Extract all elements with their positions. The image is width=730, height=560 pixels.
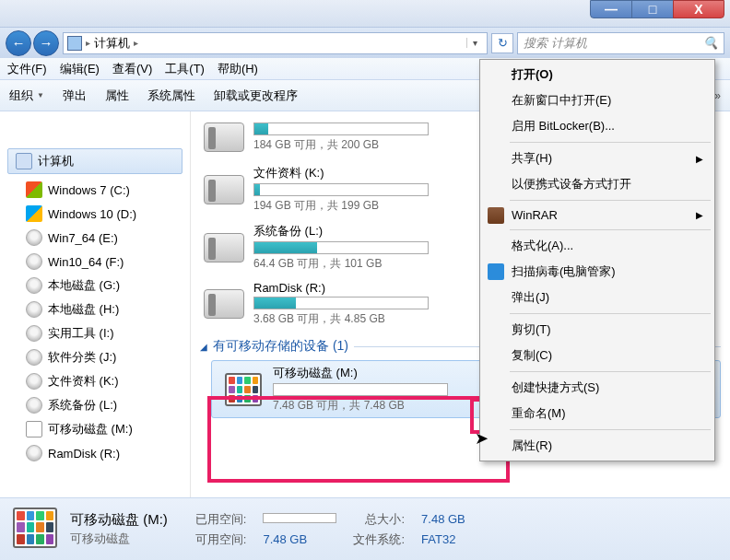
status-fs-label: 文件系统:: [353, 531, 405, 548]
hdd-icon: [204, 233, 244, 262]
status-total-label: 总大小:: [353, 511, 405, 528]
status-used-bar: [263, 513, 336, 523]
breadcrumb-sep-icon: ▸: [134, 38, 138, 48]
sidebar-item-label: Win10_64 (F:): [48, 255, 124, 269]
search-icon: 🔍: [703, 36, 718, 50]
computer-icon: [67, 36, 82, 51]
status-drive-name: 可移动磁盘 (M:): [70, 511, 168, 529]
computer-icon: [16, 153, 32, 169]
menu-view[interactable]: 查看(V): [112, 61, 152, 77]
sidebar-item-drive[interactable]: 软件分类 (J:): [0, 345, 190, 369]
refresh-button[interactable]: ↻: [491, 33, 513, 53]
disk-icon: [26, 445, 42, 461]
disk-icon: [26, 373, 42, 390]
toolbar-more[interactable]: »: [714, 89, 721, 102]
ctx-winrar[interactable]: WinRAR▶: [482, 204, 712, 227]
disk-icon: [26, 253, 42, 270]
removable-disk-icon: [13, 508, 57, 548]
sidebar-item-label: 实用工具 (I:): [48, 325, 114, 342]
sidebar-item-label: 本地磁盘 (G:): [48, 277, 120, 294]
removable-disk-icon: [26, 421, 42, 438]
ctx-rename[interactable]: 重命名(M): [482, 401, 712, 426]
close-button[interactable]: X: [673, 0, 724, 18]
ctx-copy[interactable]: 复制(C): [482, 343, 712, 368]
address-bar[interactable]: ▸ 计算机 ▸ ▾: [63, 32, 488, 54]
ctx-scan-virus[interactable]: 扫描病毒(电脑管家): [482, 259, 712, 285]
hdd-icon: [204, 175, 244, 204]
menu-tools[interactable]: 工具(T): [165, 61, 205, 77]
ctx-open[interactable]: 打开(O): [482, 62, 712, 88]
maximize-button[interactable]: □: [631, 0, 674, 18]
ctx-cut[interactable]: 剪切(T): [482, 317, 712, 343]
breadcrumb[interactable]: 计算机: [94, 35, 130, 52]
toolbar-properties[interactable]: 属性: [105, 88, 129, 104]
usage-bar: [253, 122, 429, 135]
sidebar-item-label: Win7_64 (E:): [48, 231, 118, 245]
menu-edit[interactable]: 编辑(E): [60, 61, 100, 77]
ctx-eject[interactable]: 弹出(J): [482, 285, 712, 310]
disk-icon: [26, 349, 42, 366]
status-total-value: 7.48 GB: [421, 512, 465, 526]
title-bar: — □ X: [0, 0, 730, 27]
sidebar: 计算机 Windows 7 (C:) Windows 10 (D:) Win7_…: [0, 111, 191, 515]
sidebar-item-drive[interactable]: 本地磁盘 (H:): [0, 298, 190, 321]
windows-icon: [26, 181, 42, 198]
ctx-portable[interactable]: 以便携式设备方式打开: [482, 171, 712, 197]
usage-bar: [253, 241, 429, 254]
shield-icon: [488, 263, 504, 280]
breadcrumb-sep-icon: ▸: [86, 38, 90, 48]
removable-disk-icon: [225, 373, 262, 406]
usage-bar: [273, 383, 448, 396]
disk-icon: [26, 301, 42, 318]
status-bar: 可移动磁盘 (M:) 可移动磁盘 已用空间: 总大小: 7.48 GB 可用空间…: [0, 497, 730, 560]
sidebar-item-label: 可移动磁盘 (M:): [48, 421, 133, 438]
disk-icon: [26, 277, 42, 294]
ctx-create-shortcut[interactable]: 创建快捷方式(S): [482, 375, 712, 401]
toolbar-eject[interactable]: 弹出: [63, 88, 87, 104]
menu-file[interactable]: 文件(F): [7, 61, 47, 77]
ctx-format[interactable]: 格式化(A)...: [482, 233, 712, 259]
sidebar-item-label: 软件分类 (J:): [48, 349, 116, 366]
back-button[interactable]: ←: [6, 30, 31, 56]
status-free-value: 7.48 GB: [263, 532, 336, 546]
disk-icon: [26, 229, 42, 246]
sidebar-item-drive[interactable]: Win10_64 (F:): [0, 250, 190, 274]
status-used-label: 已用空间:: [195, 511, 247, 528]
sidebar-item-drive[interactable]: 文件资料 (K:): [0, 369, 190, 393]
sidebar-root-label: 计算机: [38, 153, 74, 169]
forward-button[interactable]: →: [33, 30, 59, 56]
menu-help[interactable]: 帮助(H): [218, 61, 258, 77]
sidebar-item-drive[interactable]: Windows 10 (D:): [0, 202, 190, 226]
sidebar-item-label: 文件资料 (K:): [48, 373, 119, 390]
disk-icon: [26, 325, 42, 342]
sidebar-root-computer[interactable]: 计算机: [7, 148, 182, 174]
sidebar-item-drive[interactable]: RamDisk (R:): [0, 441, 190, 465]
sidebar-item-label: RamDisk (R:): [48, 447, 120, 461]
ctx-bitlocker[interactable]: 启用 BitLocker(B)...: [482, 113, 712, 139]
usage-bar: [253, 183, 429, 196]
minimize-button[interactable]: —: [590, 0, 632, 18]
collapse-icon: ◢: [200, 342, 207, 352]
status-free-label: 可用空间:: [195, 531, 247, 548]
winrar-icon: [488, 207, 504, 224]
sidebar-item-label: 本地磁盘 (H:): [48, 301, 119, 318]
toolbar-sys-properties[interactable]: 系统属性: [147, 88, 195, 104]
sidebar-item-drive[interactable]: 本地磁盘 (G:): [0, 274, 190, 298]
sidebar-item-drive[interactable]: Win7_64 (E:): [0, 226, 190, 250]
toolbar-uninstall[interactable]: 卸载或更改程序: [214, 88, 298, 104]
toolbar-organize[interactable]: 组织▼: [9, 88, 44, 104]
sidebar-item-drive[interactable]: 可移动磁盘 (M:): [0, 417, 190, 441]
ctx-properties[interactable]: 属性(R): [482, 433, 712, 459]
address-dropdown[interactable]: ▾: [466, 38, 483, 48]
search-placeholder: 搜索 计算机: [524, 35, 587, 52]
sidebar-item-label: 系统备份 (L:): [48, 397, 117, 414]
sidebar-item-drive[interactable]: 实用工具 (I:): [0, 321, 190, 345]
search-input[interactable]: 搜索 计算机 🔍: [517, 32, 724, 54]
ctx-share[interactable]: 共享(H)▶: [482, 146, 712, 171]
sidebar-item-label: Windows 10 (D:): [48, 207, 136, 221]
context-menu: 打开(O) 在新窗口中打开(E) 启用 BitLocker(B)... 共享(H…: [479, 59, 715, 461]
sidebar-item-drive[interactable]: Windows 7 (C:): [0, 178, 190, 202]
ctx-open-new-window[interactable]: 在新窗口中打开(E): [482, 88, 712, 113]
sidebar-item-drive[interactable]: 系统备份 (L:): [0, 393, 190, 417]
hdd-icon: [204, 289, 244, 319]
